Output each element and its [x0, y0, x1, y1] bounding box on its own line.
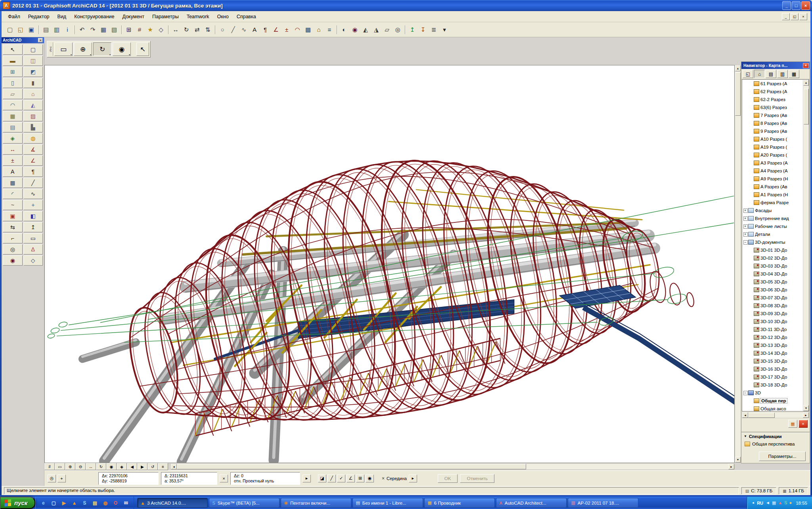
offset-snap-button[interactable]: ⊞ — [356, 475, 364, 482]
tree-expander-icon[interactable] — [749, 349, 753, 357]
navigator-tree-item[interactable]: Рабочие листы — [742, 222, 803, 230]
toolbar-dropdown-button[interactable]: ▾ — [439, 24, 450, 35]
libraries-button[interactable]: ≣ — [429, 24, 439, 35]
zoom-box-button[interactable]: ▭ — [55, 463, 65, 470]
navigator-tree-item[interactable]: 3D-12 3D-До — [742, 333, 803, 341]
ql-media-player-icon[interactable]: ▶ — [60, 499, 68, 507]
spline-tool[interactable]: ~ — [3, 200, 23, 210]
tree-expander-icon[interactable] — [749, 80, 753, 88]
tree-expander-icon[interactable] — [749, 135, 753, 143]
arc-dimension-button[interactable]: ◠ — [292, 24, 303, 35]
menu-item[interactable]: Конструирование — [70, 12, 118, 21]
detail-button[interactable]: ◎ — [393, 24, 403, 35]
orbit-button[interactable]: ↻ — [96, 463, 106, 470]
spline-tool-button[interactable]: ∿ — [239, 24, 249, 35]
tree-expander-icon[interactable] — [749, 381, 753, 389]
project-info-button[interactable]: i — [62, 24, 73, 35]
viewport-vscrollbar[interactable]: ▲ ▼ — [735, 65, 741, 463]
navigator-tree-item[interactable]: 63(6) Разрез — [742, 103, 803, 111]
snap-check-button[interactable]: ✓ — [337, 475, 345, 482]
taskbar-clock[interactable]: 18:55 — [796, 501, 807, 505]
coordinate-xy-field[interactable]: Δx: 22970106 Δy: -2588819 — [98, 472, 159, 485]
scroll-up-icon[interactable]: ▲ — [735, 65, 741, 71]
object-tool[interactable]: ◈ — [3, 133, 23, 144]
fill-tool-button[interactable]: ▩ — [303, 24, 313, 35]
mdi-minimize-button[interactable]: _ — [782, 13, 790, 20]
tree-expander-icon[interactable] — [743, 238, 748, 246]
tree-expander-icon[interactable] — [749, 270, 753, 278]
corner-window-tool[interactable]: ◩ — [23, 67, 43, 77]
publisher-button[interactable]: ▤ — [41, 24, 51, 35]
menu-item[interactable]: Документ — [119, 12, 148, 21]
tracker-expand-button[interactable]: ▸ — [303, 475, 311, 482]
task-pdf[interactable]: ▥ AP-02 2011 07 18.... — [568, 498, 638, 508]
3d-viewport[interactable] — [44, 65, 735, 463]
tree-expander-icon[interactable] — [749, 365, 753, 373]
task-autocad[interactable]: A AutoCAD Architect... — [496, 498, 567, 508]
navigator-tree-item[interactable]: A3 Разрез (А — [742, 159, 803, 167]
label-tool[interactable]: ¶ — [23, 166, 43, 177]
tree-expander-icon[interactable] — [743, 222, 748, 230]
scroll-right-icon[interactable]: ► — [803, 412, 809, 418]
tree-expander-icon[interactable] — [749, 373, 753, 381]
navigator-project-map-button[interactable]: ⌂ — [754, 70, 765, 78]
label-tool-button[interactable]: ¶ — [260, 24, 270, 35]
menu-item[interactable]: Окно — [213, 12, 233, 21]
tree-vscrollbar[interactable]: ▲ ▼ — [803, 80, 809, 411]
cancel-button[interactable]: Отменить — [460, 474, 494, 483]
tree-expander-icon[interactable] — [749, 318, 753, 325]
open-project-button[interactable]: ◱ — [15, 24, 26, 35]
navigator-tree-item[interactable]: 62-2 Разрез — [742, 96, 803, 103]
section-tool[interactable]: ⇆ — [3, 222, 23, 232]
angle-dimension-tool[interactable]: ∠ — [23, 155, 43, 166]
menu-item[interactable]: Файл — [4, 12, 24, 21]
tree-expander-icon[interactable] — [749, 127, 753, 135]
reset-view-button[interactable]: ↺ — [147, 463, 158, 470]
tracker-add-guide-button[interactable]: + — [57, 475, 66, 482]
scroll-right-icon[interactable]: ► — [728, 464, 734, 469]
navigator-tree-item[interactable]: 3D-08 3D-До — [742, 302, 803, 310]
receive-changes-button[interactable]: ↧ — [418, 24, 428, 35]
dimension-tool[interactable]: ↔ — [3, 144, 23, 155]
roof-tool[interactable]: ⌂ — [23, 89, 43, 99]
marquee-tool[interactable]: ▢ — [23, 44, 43, 55]
tree-expander-icon[interactable] — [749, 302, 753, 310]
navigator-tree-item[interactable]: 9 Разрез (Ав — [742, 127, 803, 135]
ql-opera-icon[interactable]: O — [111, 499, 119, 507]
pan-button[interactable]: ↔ — [86, 463, 96, 470]
maximize-button[interactable]: □ — [792, 1, 801, 10]
curtain-wall-tool[interactable]: ▤ — [3, 122, 23, 132]
tree-expander-icon[interactable] — [749, 96, 753, 103]
navigator-tree-item[interactable]: 3D-04 3D-До — [742, 270, 803, 278]
zone-tool[interactable]: ▨ — [23, 111, 43, 121]
navigator-tree-item[interactable]: Детали — [742, 230, 803, 238]
navigator-tree-item[interactable]: 3D-13 3D-До — [742, 341, 803, 349]
tree-expander-icon[interactable] — [743, 230, 748, 238]
tree-expander-icon[interactable] — [743, 214, 748, 222]
task-skype[interactable]: S Skype™ (BETA) [5... — [209, 498, 280, 508]
ql-skype-icon[interactable]: S — [80, 499, 88, 507]
tree-expander-icon[interactable] — [743, 389, 748, 397]
navigator-tree-item[interactable]: 3D-11 3D-До — [742, 325, 803, 333]
navigator-tree-item[interactable]: 3D-03 3D-До — [742, 262, 803, 270]
menu-item[interactable]: Справка — [233, 12, 260, 21]
separator[interactable] — [167, 24, 170, 35]
layer-settings-button[interactable]: ≡ — [324, 24, 335, 35]
navigator-layout-book-button[interactable]: ▥ — [777, 70, 788, 78]
task-explorer[interactable]: ▦ 6 Проводник — [424, 498, 495, 508]
close-button[interactable]: × — [801, 1, 810, 10]
navigator-tree-item[interactable]: 3D-05 3D-До — [742, 278, 803, 286]
scroll-down-icon[interactable]: ▼ — [803, 405, 809, 411]
save-button[interactable]: ▣ — [26, 24, 36, 35]
separator[interactable] — [73, 24, 77, 35]
elevation-button[interactable]: ◮ — [371, 24, 381, 35]
navigator-tree-item[interactable]: 3D-15 3D-До — [742, 357, 803, 365]
palette-drag-handle[interactable]: Инс — [48, 42, 53, 56]
navigator-tree-item[interactable]: A19 Разрез ( — [742, 143, 803, 151]
navigator-tree-item[interactable]: A Разрез (Ав — [742, 183, 803, 191]
skylight-tool[interactable]: ◭ — [23, 100, 43, 110]
tree-expander-icon[interactable] — [749, 405, 753, 411]
send-changes-button[interactable]: ↥ — [407, 24, 417, 35]
menu-item[interactable]: Параметры — [148, 12, 183, 21]
snap-options-button[interactable]: ▸ — [409, 475, 417, 482]
